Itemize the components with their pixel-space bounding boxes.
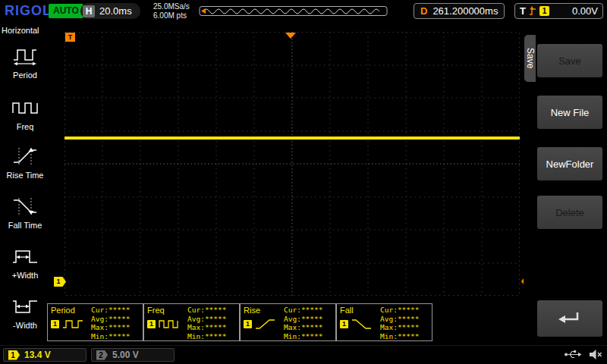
measurement-cur: Cur:***** <box>187 306 236 315</box>
rigol-logo: RIGOL <box>5 3 52 19</box>
sidebar-item-fall-time[interactable]: Fall Time <box>0 193 50 230</box>
measurement-row: Period 1 Cur:***** Avg:***** Max:***** M… <box>47 303 432 341</box>
measurement-max: Max:***** <box>91 323 140 332</box>
period-icon <box>8 42 42 68</box>
channel1-trace <box>64 136 520 140</box>
measurement-box-freq: Freq 1 Cur:***** Avg:***** Max:***** Min… <box>143 303 240 341</box>
measurement-avg: Avg:***** <box>380 315 429 324</box>
period-glyph-icon <box>61 318 84 330</box>
speaker-muted-icon <box>589 349 602 360</box>
channel2-status[interactable]: 2 5.00 V <box>91 348 175 362</box>
channel2-badge: 2 <box>96 350 108 360</box>
top-status-bar: RIGOL AUTO H 20.0ms 25.0MSa/s 6.00M pts … <box>0 0 607 23</box>
delay-group: D 261.200000ms <box>414 3 505 19</box>
memory-position-marker <box>201 8 206 14</box>
return-button[interactable] <box>537 300 602 337</box>
trigger-level-value: 0.00V <box>572 5 598 17</box>
delay-value: 261.200000ms <box>432 5 498 17</box>
save-button[interactable]: Save <box>537 44 602 77</box>
graticule-grid <box>64 32 520 296</box>
trigger-slope-icon <box>529 6 536 16</box>
horizontal-measure-menu: Horizontal Period Freq <box>0 23 50 345</box>
acquisition-info: 25.0MSa/s 6.00M pts <box>153 2 190 20</box>
measurement-channel-badge: 1 <box>147 320 156 328</box>
trigger-offscreen-marker: T <box>65 33 75 42</box>
sidebar-item-label: Rise Time <box>7 171 44 180</box>
graticule <box>64 32 520 296</box>
measurement-channel-badge: 1 <box>244 320 252 328</box>
channel1-scale: 13.4 V <box>24 350 51 360</box>
trigger-source-badge: 1 <box>539 6 549 16</box>
bottom-status-bar: 1 13.4 V 2 5.00 V <box>0 345 607 364</box>
menu-title: Horizontal <box>0 23 50 35</box>
freq-glyph-icon <box>158 318 181 330</box>
measurement-avg: Avg:***** <box>91 315 140 324</box>
fall-time-icon <box>8 193 42 218</box>
horizontal-timebase-group: H 20.0ms <box>80 3 140 19</box>
fall-glyph-icon <box>351 318 373 330</box>
measurement-channel-badge: 1 <box>51 320 59 328</box>
sidebar-item-label: Period <box>13 71 37 80</box>
timebase-value: 20.0ms <box>98 5 138 17</box>
sidebar-item-rise-time[interactable]: Rise Time <box>0 143 50 180</box>
new-file-button[interactable]: New File <box>537 96 602 129</box>
sidebar-item-label: Fall Time <box>8 221 42 230</box>
delete-button[interactable]: Delete <box>537 196 602 229</box>
measurement-channel-badge: 1 <box>340 320 348 328</box>
minus-width-icon <box>8 293 42 318</box>
measurement-max: Max:***** <box>380 323 429 332</box>
memory-depth-value: 6.00M pts <box>153 11 190 20</box>
memory-waveform-bar <box>199 5 388 17</box>
measurement-min: Min:***** <box>380 332 429 341</box>
save-menu-panel: Save Save New File NewFolder Delete <box>524 23 607 345</box>
trigger-label: T <box>520 5 526 17</box>
usb-icon <box>564 349 582 360</box>
sidebar-item-label: +Width <box>12 271 39 280</box>
return-arrow-icon <box>556 309 583 328</box>
measurement-min: Min:***** <box>187 332 236 341</box>
measurement-cur: Cur:***** <box>380 306 429 315</box>
horizontal-label: H <box>83 5 95 17</box>
sample-rate-value: 25.0MSa/s <box>153 2 190 11</box>
channel1-status[interactable]: 1 13.4 V <box>3 348 86 362</box>
trigger-info-group: T 1 0.00V <box>514 3 603 19</box>
freq-icon <box>8 94 42 120</box>
channel1-badge: 1 <box>8 350 20 360</box>
sidebar-item-period[interactable]: Period <box>0 42 50 80</box>
trigger-position-marker-icon <box>285 33 296 39</box>
rise-glyph-icon <box>254 318 277 330</box>
measurement-box-fall: Fall 1 Cur:***** Avg:***** Max:***** Min… <box>336 303 432 341</box>
menu-tab-save: Save <box>524 35 536 82</box>
measurement-cur: Cur:***** <box>284 306 332 315</box>
measurement-avg: Avg:***** <box>187 315 236 324</box>
new-folder-button[interactable]: NewFolder <box>537 147 602 180</box>
sidebar-item-plus-width[interactable]: +Width <box>0 243 50 280</box>
measurement-box-period: Period 1 Cur:***** Avg:***** Max:***** M… <box>47 303 143 341</box>
measurement-max: Max:***** <box>187 323 236 332</box>
plus-width-icon <box>8 243 42 268</box>
measurement-min: Min:***** <box>284 332 332 341</box>
trigger-status-badge: AUTO <box>49 4 83 18</box>
sidebar-item-label: Freq <box>17 122 34 131</box>
sidebar-item-label: -Width <box>13 321 37 330</box>
status-icons <box>564 349 602 360</box>
measurement-avg: Avg:***** <box>284 315 332 324</box>
memory-waveform-squiggle <box>203 9 379 14</box>
channel2-scale: 5.00 V <box>112 350 139 360</box>
measurement-min: Min:***** <box>91 332 140 341</box>
measurement-box-rise: Rise 1 Cur:***** Avg:***** Max:***** Min… <box>240 303 336 341</box>
delay-label: D <box>420 5 427 17</box>
sidebar-item-minus-width[interactable]: -Width <box>0 293 50 330</box>
measurement-max: Max:***** <box>284 323 332 332</box>
sidebar-item-freq[interactable]: Freq <box>0 94 50 131</box>
rise-time-icon <box>8 143 42 168</box>
measurement-cur: Cur:***** <box>91 306 140 315</box>
